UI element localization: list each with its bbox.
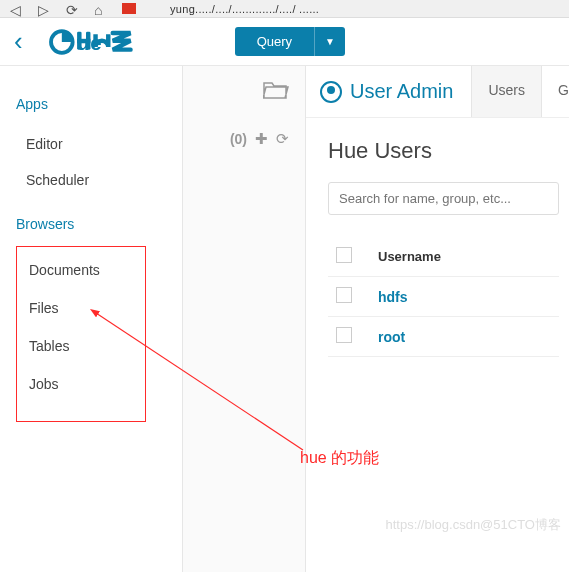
left-sidebar: Apps Editor Scheduler Browsers Documents… [0, 66, 182, 572]
row-checkbox[interactable] [336, 327, 352, 343]
nav-prev-icon[interactable]: ◁ [10, 2, 24, 16]
main-content: User Admin Users Gro Hue Users Username … [306, 66, 569, 572]
refresh-icon[interactable]: ⟳ [276, 130, 289, 148]
query-button-group: Query ▼ [235, 27, 345, 56]
nav-next-icon[interactable]: ▷ [38, 2, 52, 16]
search-input[interactable] [328, 182, 559, 215]
page-title: User Admin [320, 80, 453, 103]
hue-logo[interactable]: ue [45, 28, 155, 56]
annotation-label: hue 的功能 [300, 448, 379, 469]
sidebar-item-tables[interactable]: Tables [17, 327, 145, 365]
middle-column: (0) ✚ ⟳ [182, 66, 306, 572]
username-link[interactable]: hdfs [378, 289, 408, 305]
query-dropdown-caret[interactable]: ▼ [314, 27, 345, 56]
section-title: Hue Users [328, 138, 559, 164]
site-badge-icon [122, 3, 136, 14]
svg-rect-5 [77, 38, 90, 42]
sidebar-item-scheduler[interactable]: Scheduler [16, 162, 182, 198]
nav-home-icon[interactable]: ⌂ [94, 2, 108, 16]
svg-rect-1 [56, 36, 59, 46]
apps-header: Apps [16, 96, 182, 112]
watermark-text: https://blog.csdn@51CTO博客 [385, 516, 561, 534]
document-count-row: (0) ✚ ⟳ [183, 130, 289, 148]
address-bar-url[interactable]: yung...../..../............./..../ .....… [170, 3, 319, 15]
folder-open-icon[interactable] [183, 80, 289, 106]
page-title-text: User Admin [350, 80, 453, 103]
table-row: hdfs [328, 277, 559, 317]
username-link[interactable]: root [378, 329, 405, 345]
query-button[interactable]: Query [235, 27, 314, 56]
tab-bar: User Admin Users Gro [306, 66, 569, 118]
row-checkbox[interactable] [336, 287, 352, 303]
tab-users[interactable]: Users [471, 66, 542, 117]
plus-icon[interactable]: ✚ [255, 130, 268, 148]
main-toolbar: ‹ ue Query ▼ [0, 18, 569, 66]
table-row: root [328, 317, 559, 357]
sidebar-item-editor[interactable]: Editor [16, 126, 182, 162]
nav-reload-icon[interactable]: ⟳ [66, 2, 80, 16]
count-value: (0) [230, 131, 247, 147]
browser-chrome-bar: ◁ ▷ ⟳ ⌂ yung...../..../............./...… [0, 0, 569, 18]
select-all-checkbox[interactable] [336, 247, 352, 263]
browsers-annotation-box: Documents Files Tables Jobs [16, 246, 146, 422]
column-header-username[interactable]: Username [378, 249, 441, 264]
user-admin-icon [320, 81, 342, 103]
sidebar-item-documents[interactable]: Documents [17, 251, 145, 289]
browsers-header: Browsers [16, 216, 182, 232]
tab-groups[interactable]: Gro [542, 66, 569, 117]
table-header-row: Username [328, 237, 559, 277]
sidebar-item-jobs[interactable]: Jobs [17, 365, 145, 403]
users-table: Username hdfs root [328, 237, 559, 357]
sidebar-item-files[interactable]: Files [17, 289, 145, 327]
back-chevron-icon[interactable]: ‹ [14, 26, 23, 57]
